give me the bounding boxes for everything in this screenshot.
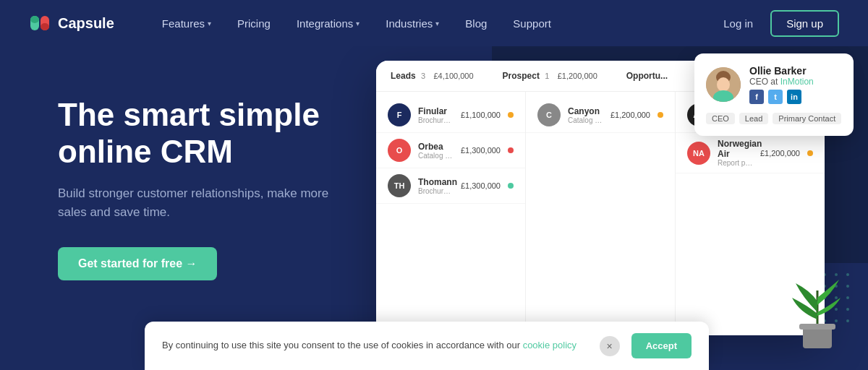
svg-rect-1: [30, 16, 39, 23]
col-opportunity: Opportu...: [626, 71, 668, 81]
cookie-accept-button[interactable]: Accept: [631, 333, 692, 358]
svg-point-6: [717, 77, 730, 92]
nav-features[interactable]: Features ▾: [149, 0, 224, 46]
prospect-column: C Canyon Catalog printing contract... £1…: [526, 92, 676, 330]
cta-button[interactable]: Get started for free →: [58, 247, 217, 280]
svg-rect-3: [41, 23, 49, 30]
nav-pricing[interactable]: Pricing: [224, 0, 284, 46]
nav-industries[interactable]: Industries ▾: [373, 0, 452, 46]
hero-section: const dg = document.querySelector('.dot-…: [0, 46, 868, 370]
status-dot: [508, 112, 514, 118]
logo-text: Capsule: [58, 15, 114, 32]
hero-subtitle: Build stronger customer relationships, m…: [58, 184, 333, 221]
nav-right: Log in Sign up: [718, 10, 839, 37]
col-prospect: Prospect 1 £1,200,000: [503, 71, 597, 81]
navbar: Capsule Features ▾ Pricing Integrations …: [0, 0, 868, 46]
avatar: F: [388, 103, 411, 126]
cookie-close-button[interactable]: ×: [600, 336, 620, 356]
avatar: O: [388, 139, 411, 162]
profile-role: CEO at InMotion: [749, 77, 814, 87]
table-row: O Orbea Catalog printing contract... £1,…: [376, 133, 525, 168]
linkedin-icon[interactable]: in: [787, 90, 801, 104]
cookie-banner: By continuing to use this site you conse…: [145, 322, 709, 370]
status-dot: [807, 150, 813, 156]
avatar: TH: [388, 174, 411, 197]
nav-support[interactable]: Support: [500, 0, 564, 46]
profile-card: Ollie Barker CEO at InMotion f t in CEO …: [694, 53, 854, 136]
profile-social: f t in: [749, 90, 814, 104]
nav-blog[interactable]: Blog: [452, 0, 500, 46]
login-button[interactable]: Log in: [718, 17, 759, 30]
avatar: NA: [687, 142, 710, 165]
cookie-policy-link[interactable]: cookie policy: [523, 340, 576, 350]
plant-decoration: [788, 262, 846, 348]
tag-ceo: CEO: [706, 113, 735, 124]
table-row: TH Thomann Brochure printing contract...…: [376, 168, 525, 204]
avatar: [706, 67, 741, 102]
logo[interactable]: Capsule: [29, 12, 114, 35]
status-dot: [508, 147, 514, 153]
cookie-text: By continuing to use this site you conse…: [162, 339, 588, 352]
logo-icon: [29, 12, 52, 35]
profile-tags: CEO Lead Primary Contact: [706, 113, 842, 124]
hero-title: The smart simple online CRM: [58, 97, 362, 170]
chevron-down-icon: ▾: [435, 20, 439, 27]
status-dot: [508, 183, 514, 189]
chevron-down-icon: ▾: [208, 20, 211, 27]
profile-name: Ollie Barker: [749, 65, 814, 77]
facebook-icon[interactable]: f: [749, 90, 764, 104]
avatar: C: [537, 103, 561, 126]
table-row: C Canyon Catalog printing contract... £1…: [526, 98, 675, 133]
hero-text-block: The smart simple online CRM Build strong…: [58, 97, 362, 280]
tag-primary-contact: Primary Contact: [773, 113, 841, 124]
svg-rect-8: [803, 327, 832, 348]
leads-column: F Finular Brochure printing contract... …: [376, 92, 526, 330]
nav-links: Features ▾ Pricing Integrations ▾ Indust…: [149, 0, 718, 46]
signup-button[interactable]: Sign up: [770, 10, 839, 37]
chevron-down-icon: ▾: [356, 20, 359, 27]
table-row: F Finular Brochure printing contract... …: [376, 98, 525, 133]
nav-integrations[interactable]: Integrations ▾: [284, 0, 373, 46]
profile-company-link[interactable]: InMotion: [780, 77, 814, 87]
tag-lead: Lead: [739, 113, 768, 124]
status-dot: [658, 112, 663, 118]
table-row: NA Norwegian Air Report publishing & cus…: [676, 133, 825, 173]
col-leads: Leads 3 £4,100,000: [391, 71, 474, 81]
twitter-icon[interactable]: t: [768, 90, 783, 104]
svg-rect-9: [799, 324, 835, 330]
